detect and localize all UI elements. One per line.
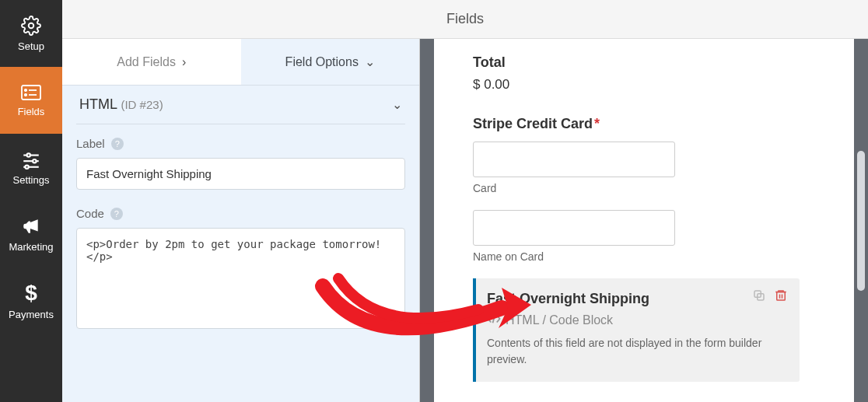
sidebar-item-label: Setup <box>18 40 44 52</box>
svg-point-11 <box>25 165 28 168</box>
name-on-card-input[interactable] <box>473 210 675 246</box>
card-subtitle: HTML / Code Block <box>506 313 613 327</box>
svg-text:$: $ <box>25 282 37 304</box>
field-header-toggle[interactable]: HTML (ID #23) ⌄ <box>76 86 405 124</box>
scroll-handle[interactable] <box>857 151 865 291</box>
html-block-preview[interactable]: Fast Overnight Shipping HTML / Code Bloc… <box>473 278 800 382</box>
card-description: Contents of this field are not displayed… <box>487 335 786 368</box>
panel-divider[interactable] <box>420 39 434 402</box>
svg-rect-15 <box>777 292 786 301</box>
code-textarea[interactable]: <p>Order by 2pm to get your package tomo… <box>76 228 405 329</box>
total-value: $ 0.00 <box>473 77 831 93</box>
form-preview: Total $ 0.00 Stripe Credit Card* Card Na… <box>473 39 854 402</box>
sidebar-item-fields[interactable]: Fields <box>0 67 62 134</box>
right-scrollbar[interactable] <box>854 39 868 402</box>
tab-label: Add Fields <box>117 55 176 69</box>
code-icon <box>487 313 501 327</box>
chevron-right-icon: › <box>182 55 186 69</box>
tab-add-fields[interactable]: Add Fields › <box>62 39 241 85</box>
sidebar-item-payments[interactable]: $ Payments <box>0 267 62 334</box>
gear-outline-icon <box>21 16 41 36</box>
preview-gap <box>434 39 473 402</box>
help-icon[interactable]: ? <box>111 138 124 150</box>
card-sublabel: Card <box>473 182 831 194</box>
sidebar-item-setup[interactable]: Setup <box>0 0 62 67</box>
bullhorn-icon <box>21 216 41 236</box>
svg-point-4 <box>25 93 26 95</box>
card-input[interactable] <box>473 142 675 177</box>
sidebar-item-label: Marketing <box>9 241 53 253</box>
chevron-down-icon: ⌄ <box>365 54 375 69</box>
duplicate-button[interactable] <box>751 288 767 303</box>
total-label: Total <box>473 54 831 71</box>
name-sublabel: Name on Card <box>473 250 831 263</box>
stripe-label: Stripe Credit Card* <box>473 116 831 132</box>
page-title: Fields <box>62 0 868 39</box>
dollar-icon: $ <box>24 282 38 304</box>
section-label: Label <box>76 137 105 150</box>
label-input[interactable] <box>76 158 405 190</box>
svg-point-2 <box>25 89 26 90</box>
sidebar-item-label: Fields <box>18 106 45 117</box>
svg-rect-1 <box>22 86 40 100</box>
sidebar: Setup Fields <box>0 0 62 402</box>
chevron-down-icon: ⌄ <box>392 97 402 112</box>
sidebar-item-label: Payments <box>9 309 54 320</box>
field-type-name: HTML <box>79 96 117 112</box>
help-icon[interactable]: ? <box>110 208 123 220</box>
card-title: Fast Overnight Shipping <box>487 291 786 307</box>
section-label: Code <box>76 207 104 220</box>
svg-point-7 <box>27 153 30 156</box>
tab-label: Field Options <box>285 55 359 69</box>
delete-button[interactable] <box>773 288 789 303</box>
list-icon <box>20 84 42 101</box>
sliders-icon <box>21 149 41 170</box>
sidebar-item-settings[interactable]: Settings <box>0 134 62 201</box>
sidebar-item-label: Settings <box>13 174 50 186</box>
svg-point-0 <box>29 23 34 28</box>
sidebar-item-marketing[interactable]: Marketing <box>0 201 62 267</box>
field-id: (ID #23) <box>121 98 163 111</box>
tab-field-options[interactable]: Field Options ⌄ <box>241 39 420 85</box>
svg-point-9 <box>33 159 36 163</box>
svg-line-18 <box>493 315 495 323</box>
